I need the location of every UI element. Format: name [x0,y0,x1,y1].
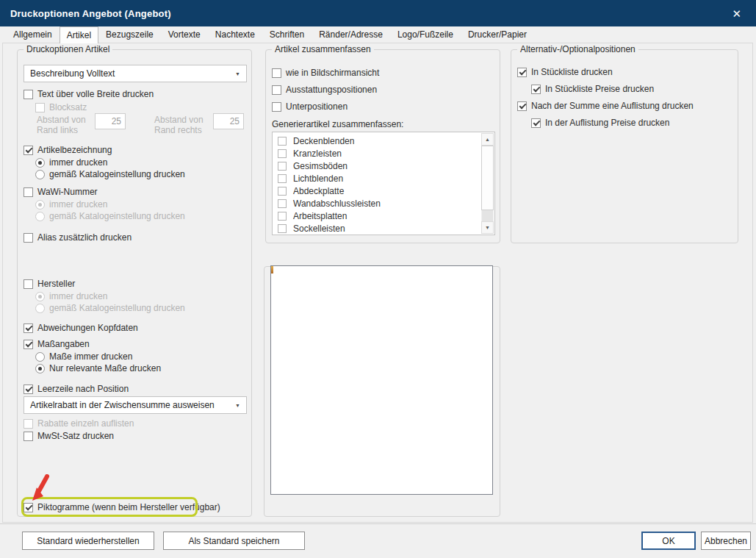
print-options-dialog: Druckoptionen Angebot (Angebot) ✕ Allgem… [0,0,756,558]
checkbox-auflistung-preise[interactable]: In der Auflistung Preise drucken [531,117,669,129]
checkbox-icon[interactable] [24,146,33,155]
radio-hersteller-immer: immer drucken [35,290,107,302]
tab-vortexte[interactable]: Vortexte [161,26,208,43]
generierartikel-listbox[interactable]: Deckenblenden Kranzleisten Gesimsböden L… [272,132,495,235]
ok-button[interactable]: OK [641,532,696,550]
checkbox-artikelbezeichnung[interactable]: Artikelbezeichnung [24,144,112,156]
tab-schriften[interactable]: Schriften [262,26,312,43]
margin-right-line1: Abstand von [154,115,204,125]
checkbox-icon[interactable] [278,137,287,146]
checkbox-icon[interactable] [517,68,527,77]
checkbox-icon[interactable] [531,85,541,94]
save-as-default-button[interactable]: Als Standard speichern [163,532,305,550]
scroll-down-icon[interactable]: ▼ [481,221,494,234]
tab-allgemein[interactable]: Allgemein [6,26,60,43]
checkbox-icon[interactable] [24,340,33,349]
checkbox-ausstattungspositionen[interactable]: Ausstattungspositionen [272,84,377,96]
checkbox-icon[interactable] [24,233,33,243]
checkbox-icon[interactable] [517,101,527,111]
checkbox-icon[interactable] [531,118,541,128]
checkbox-icon[interactable] [24,187,33,197]
red-arrow-annotation [30,474,52,502]
checkbox-hersteller[interactable]: Hersteller [24,278,75,290]
checkbox-bildschirmansicht[interactable]: wie in Bildschirmansicht [272,67,379,79]
restore-default-button[interactable]: Standard wiederherstellen [22,532,154,550]
checkbox-nach-summe[interactable]: Nach der Summe eine Auflistung drucken [517,100,694,112]
close-icon[interactable]: ✕ [727,7,746,21]
checkbox-icon[interactable] [272,102,281,112]
radio-icon[interactable] [35,364,45,373]
checkbox-icon[interactable] [278,162,287,171]
list-item-sockelleisten[interactable]: Sockelleisten [273,222,494,235]
group-artikel-zusammenfassen: Artikel zusammenfassen wie in Bildschirm… [265,49,500,243]
tab-drucker-papier[interactable]: Drucker/Papier [461,26,534,43]
checkbox-massangaben[interactable]: Maßangaben [24,338,90,350]
radio-label: immer drucken [49,199,107,210]
checkbox-icon[interactable] [24,384,33,394]
description-select[interactable]: Beschreibung Volltext ▼ [24,65,247,82]
checkbox-unterpositionen[interactable]: Unterpositionen [272,101,348,112]
checkbox-icon[interactable] [24,323,33,333]
checkbox-icon[interactable] [278,149,287,158]
checkbox-icon[interactable] [278,224,287,233]
radio-nur-relevante[interactable]: Nur relevante Maße drucken [35,362,161,374]
scrollbar-thumb[interactable] [481,146,494,210]
checkbox-label: Unterpositionen [286,101,348,112]
list-item-abdeckplatte[interactable]: Abdeckplatte [273,185,494,197]
tab-logo-fusszeile[interactable]: Logo/Fußzeile [390,26,461,43]
checkbox-icon[interactable] [272,68,281,78]
list-item-lichtblenden[interactable]: Lichtblenden [273,172,494,185]
tab-raender-adresse[interactable]: Ränder/Adresse [312,26,390,43]
chevron-down-icon: ▼ [235,71,240,76]
list-item-label: Lichtblenden [293,174,343,184]
checkbox-icon[interactable] [24,90,33,99]
checkbox-full-width[interactable]: Text über volle Breite drucken [24,88,154,100]
checkbox-icon[interactable] [24,279,33,289]
radio-label: immer drucken [49,291,107,301]
rabatt-select-value: Artikelrabatt in der Zwischensumme auswe… [30,400,215,410]
radio-label: gemäß Katalogeinstellung drucken [49,303,185,313]
radio-icon [35,200,45,210]
description-select-value: Beschreibung Volltext [30,68,115,79]
checkbox-icon[interactable] [278,212,287,221]
list-item-wandabschlussleisten[interactable]: Wandabschlussleisten [273,197,494,210]
tab-bezugszeile[interactable]: Bezugszeile [98,26,161,43]
group-title: Alternativ-/Optionalpositionen [517,44,638,54]
radio-masse-immer[interactable]: Maße immer drucken [35,351,132,362]
footer-bar: Standard wiederherstellen Als Standard s… [0,523,756,558]
checkbox-stueckliste[interactable]: In Stückliste drucken [517,66,613,78]
radio-icon[interactable] [35,352,45,362]
rabatt-select[interactable]: Artikelrabatt in der Zwischensumme auswe… [24,396,247,414]
checkbox-rabatte-einzeln: Rabatte einzeln auflisten [24,418,134,429]
checkbox-abweichungen[interactable]: Abweichungen Kopfdaten [24,322,138,334]
tab-nachtexte[interactable]: Nachtexte [208,26,262,43]
list-item-kranzleisten[interactable]: Kranzleisten [273,147,494,160]
checkbox-label: wie in Bildschirmansicht [286,68,379,78]
radio-artikelbezeichnung-katalog[interactable]: gemäß Katalogeinstellung drucken [35,168,185,180]
radio-icon[interactable] [35,170,45,179]
checkbox-alias[interactable]: Alias zusätzlich drucken [24,232,132,243]
checkbox-stueckliste-preise[interactable]: In Stückliste Preise drucken [531,83,654,95]
checkbox-icon[interactable] [272,85,281,95]
checkbox-leerzeile[interactable]: Leerzeile nach Position [24,383,129,395]
scrollbar-track[interactable] [482,210,493,221]
checkbox-icon[interactable] [278,199,287,208]
checkbox-icon[interactable] [278,174,287,183]
label-text: Generierartikel zusammenfassen: [272,119,403,129]
checkbox-icon[interactable] [278,187,287,196]
list-item-arbeitsplatten[interactable]: Arbeitsplatten [273,210,494,222]
checkbox-wawi-nummer[interactable]: WaWi-Nummer [24,186,98,198]
checkbox-label: MwSt-Satz drucken [37,431,114,441]
list-item-gesimsboeden[interactable]: Gesimsböden [273,160,494,172]
radio-artikelbezeichnung-immer[interactable]: immer drucken [35,157,107,168]
cancel-button[interactable]: Abbrechen [701,532,751,550]
list-item-deckenblenden[interactable]: Deckenblenden [273,135,494,147]
scroll-up-icon[interactable]: ▲ [481,133,494,146]
tab-artikel[interactable]: Artikel [60,26,98,43]
checkbox-icon[interactable] [24,503,33,512]
checkbox-icon[interactable] [24,432,33,441]
radio-icon[interactable] [35,158,45,168]
checkbox-piktogramme[interactable]: Piktogramme (wenn beim Hersteller verfüg… [24,501,220,513]
list-scrollbar[interactable]: ▲ ▼ [481,133,494,234]
checkbox-mwst[interactable]: MwSt-Satz drucken [24,430,114,442]
